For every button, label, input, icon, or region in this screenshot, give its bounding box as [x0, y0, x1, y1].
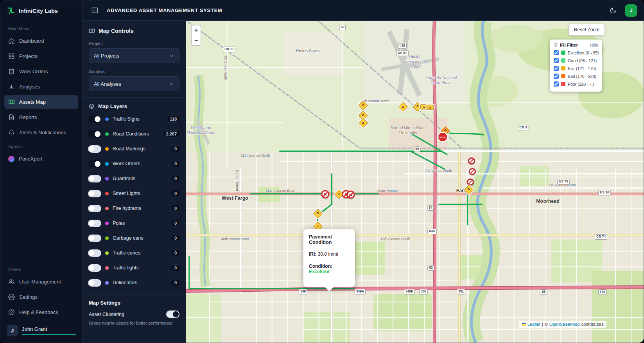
- regulatory-sign-marker[interactable]: [467, 179, 474, 186]
- zoom-out-button[interactable]: −: [192, 35, 201, 45]
- sidebar-item-help[interactable]: Help & Feedback: [4, 305, 78, 320]
- warning-sign-marker[interactable]: [400, 103, 407, 110]
- sidebar-item-alerts[interactable]: Alerts & Notifications: [4, 125, 78, 140]
- sidebar-item-work-orders[interactable]: Work Orders: [4, 64, 78, 79]
- layer-count-badge: 0: [171, 205, 180, 212]
- chevron-glyph-icon: [316, 211, 319, 216]
- exit-shield: 62: [427, 265, 434, 271]
- map-settings-section: Map Settings Asset Clustering Group near…: [83, 294, 186, 331]
- map-icon: [89, 28, 95, 34]
- warning-diamond-icon: [313, 209, 323, 218]
- pavement-condition-popup: Pavement Condition IRI: 30.0 in/mi Condi…: [303, 229, 355, 287]
- warning-sign-marker[interactable]: [360, 102, 367, 109]
- layer-toggle[interactable]: [88, 190, 101, 197]
- analysis-select[interactable]: All Analyses: [89, 76, 179, 91]
- road-shield: CR 3: [518, 125, 528, 130]
- warning-sign-marker[interactable]: [360, 119, 367, 126]
- asset-clustering-label: Asset Clustering: [89, 312, 124, 317]
- layer-toggle[interactable]: [88, 205, 101, 212]
- openstreetmap-link[interactable]: OpenStreetMap: [549, 322, 580, 327]
- home-icon: [8, 38, 15, 44]
- theme-toggle-button[interactable]: [607, 4, 619, 17]
- layer-toggle[interactable]: [88, 160, 101, 168]
- road-shield: 66: [414, 146, 420, 152]
- warning-diamond-icon: [358, 118, 368, 128]
- map-icon: [8, 99, 15, 105]
- exit-shield: 350: [419, 289, 428, 294]
- layer-toggle[interactable]: [88, 279, 101, 287]
- zoom-in-button[interactable]: +: [192, 25, 201, 35]
- regulatory-sign-icon: [468, 157, 475, 164]
- sidebar-item-dashboard[interactable]: Dashboard: [4, 34, 78, 48]
- layer-label: Poles: [113, 220, 167, 226]
- layer-label: Garbage cans: [113, 235, 167, 241]
- signal-glyph-icon: [362, 121, 364, 125]
- map-canvas[interactable]: Reiles Acres Hector International Airpor…: [186, 21, 644, 343]
- sidebar-item-user-management[interactable]: User Management: [4, 274, 78, 289]
- user-info: John Grant: [22, 326, 76, 335]
- warning-diamond-icon: [464, 185, 474, 195]
- layer-label: Work Orders: [113, 161, 167, 166]
- warning-sign-marker[interactable]: [465, 186, 472, 193]
- warning-sign-marker[interactable]: [314, 210, 321, 217]
- reset-zoom-button[interactable]: Reset Zoom: [569, 24, 605, 36]
- no-parking-sign-marker[interactable]: R: [347, 191, 355, 199]
- toggle-knob: [89, 146, 95, 152]
- layer-toggle[interactable]: [88, 235, 101, 242]
- layer-toggle[interactable]: [88, 220, 101, 227]
- layer-toggle[interactable]: [88, 175, 101, 182]
- regulatory-sign-marker[interactable]: [469, 168, 476, 175]
- bell-icon: [8, 129, 15, 136]
- road-shield: I 94: [598, 289, 607, 295]
- iri-option-checkbox[interactable]: [554, 58, 559, 63]
- no-parking-sign-marker[interactable]: R: [321, 190, 330, 199]
- map-layers-list: Traffic Signs 118 Road Conditions 2,267: [83, 112, 186, 290]
- iri-option-checkbox[interactable]: [554, 66, 559, 71]
- asset-clustering-toggle[interactable]: [166, 311, 179, 318]
- layer-toggle[interactable]: [88, 130, 101, 138]
- sidebar-item-reports[interactable]: Reports: [4, 110, 78, 125]
- gear-icon: [8, 294, 15, 300]
- layer-toggle[interactable]: [88, 264, 101, 272]
- layer-toggle[interactable]: [88, 249, 101, 257]
- sidebar-item-analyses[interactable]: Analyses: [4, 79, 78, 94]
- sidebar-toggle-button[interactable]: [89, 5, 100, 16]
- iri-option-checkbox[interactable]: [554, 81, 559, 87]
- iri-option-checkbox[interactable]: [554, 74, 559, 79]
- user-avatar[interactable]: J: [7, 325, 18, 336]
- brand: InfiniCity Labs: [0, 0, 82, 22]
- user-footer[interactable]: J John Grant: [0, 320, 82, 343]
- layer-row: Street Lights 0: [83, 186, 186, 201]
- sidebar-item-pavexpert[interactable]: PaveXpert: [4, 152, 78, 166]
- layer-row: Work Orders 0: [83, 156, 186, 171]
- iri-option-checkbox[interactable]: [554, 50, 559, 55]
- moon-icon: [610, 7, 617, 14]
- users-icon: [8, 278, 15, 285]
- stop-sign-marker[interactable]: STOP: [438, 132, 448, 143]
- grid-icon: [8, 53, 15, 60]
- layer-label: Road Conditions: [113, 131, 158, 137]
- leaflet-link[interactable]: Leaflet: [527, 322, 540, 327]
- iri-filter-hide-button[interactable]: Hide: [590, 43, 598, 47]
- map-attribution: Leaflet | © OpenStreetMap contributors: [519, 321, 606, 328]
- project-select[interactable]: All Projects: [89, 48, 179, 63]
- sidebar-item-settings[interactable]: Settings: [4, 290, 78, 304]
- sidebar-spacer: [0, 166, 82, 263]
- toggle-knob: [95, 131, 100, 137]
- header-actions: J: [607, 4, 637, 17]
- regulatory-sign-marker[interactable]: [468, 157, 475, 164]
- brand-name: InfiniCity Labs: [19, 8, 58, 14]
- map-settings-title: Map Settings: [89, 300, 179, 306]
- header-avatar[interactable]: J: [625, 4, 637, 17]
- sidebar-item-projects[interactable]: Projects: [4, 49, 78, 63]
- layer-toggle[interactable]: [88, 116, 101, 123]
- layer-toggle[interactable]: [88, 145, 101, 153]
- iri-filter-option: Excellent (0 - 95): [554, 50, 598, 55]
- sidebar-item-label: Dashboard: [19, 38, 44, 44]
- analysis-select-value: All Analyses: [94, 81, 121, 87]
- arrow-panel-sign-marker[interactable]: [427, 105, 434, 110]
- warning-sign-marker[interactable]: [335, 191, 343, 198]
- layer-row: Traffic Signs 118: [83, 112, 186, 126]
- sidebar-item-assets-map[interactable]: Assets Map: [4, 95, 78, 109]
- sidebar: InfiniCity Labs Main Menu Dashboard Proj…: [0, 0, 83, 343]
